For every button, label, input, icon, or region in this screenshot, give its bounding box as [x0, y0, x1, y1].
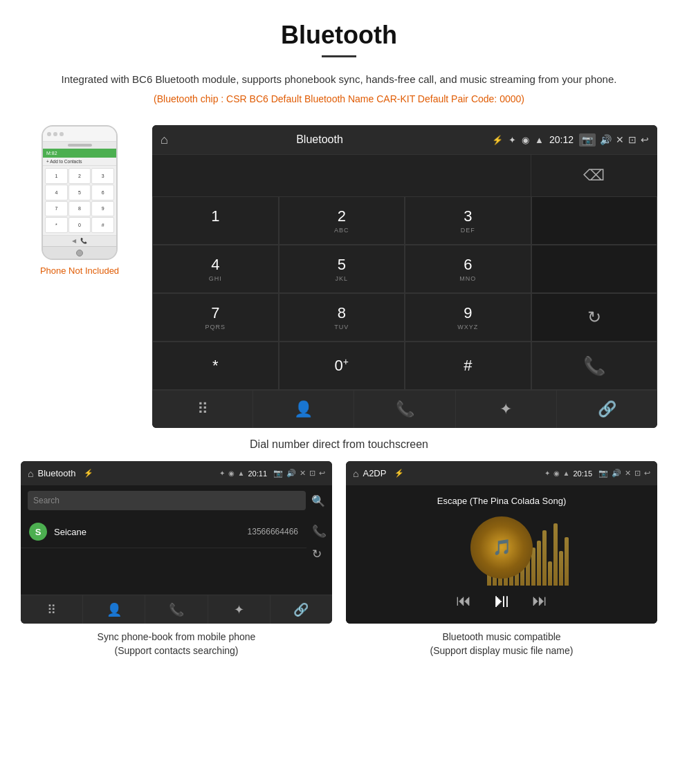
tab-bluetooth[interactable]: ✦ [456, 391, 557, 428]
pb-home-icon[interactable]: ⌂ [28, 468, 33, 479]
screen-title: Bluetooth [153, 133, 486, 146]
song-title: Escape (The Pina Colada Song) [437, 496, 566, 506]
fast-forward-button[interactable]: ⏭ [532, 592, 547, 610]
tab-link[interactable]: 🔗 [557, 391, 657, 428]
playback-controls: ⏮ ⏯ ⏭ [356, 589, 647, 612]
pb-header: ⌂ Bluetooth ⚡ ✦ ◉ ▲ 20:11 📷 🔊 ✕ ⊡ ↩ [21, 461, 332, 485]
location-icon: ◉ [522, 135, 529, 145]
window-icon: ⊡ [628, 134, 636, 145]
a2dp-item: ⌂ A2DP ⚡ ✦ ◉ ▲ 20:15 📷 🔊 ✕ ⊡ ↩ Escape (T… [346, 461, 657, 657]
dial-key-hash[interactable]: # [405, 342, 531, 390]
right-status-icons: 📷 🔊 ✕ ⊡ ↩ [579, 133, 649, 147]
back-icon[interactable]: ↩ [641, 134, 649, 145]
dial-key-0[interactable]: 0+ [279, 342, 405, 390]
pb-search-box[interactable]: Search [28, 491, 306, 510]
a2dp-back-icon[interactable]: ↩ [644, 469, 650, 478]
phonebook-screen: ⌂ Bluetooth ⚡ ✦ ◉ ▲ 20:11 📷 🔊 ✕ ⊡ ↩ [21, 461, 332, 624]
album-art: 🎵 [470, 516, 533, 579]
tab-contacts[interactable]: 👤 [253, 391, 354, 428]
search-icon[interactable]: 🔍 [311, 494, 325, 507]
refresh-button[interactable]: ↻ [531, 293, 658, 342]
screen-header: ⌂ Bluetooth ⚡ ✦ ◉ ▲ 20:12 📷 🔊 ✕ ⊡ ↩ [152, 125, 657, 154]
pb-loc-icon: ◉ [228, 469, 235, 477]
usb-icon: ⚡ [492, 135, 503, 145]
phone-key-0: 0 [68, 217, 91, 233]
phone-key-star: * [45, 217, 68, 233]
a2dp-close-icon[interactable]: ✕ [625, 469, 631, 478]
a2dp-title: A2DP [363, 468, 386, 478]
a2dp-screen: ⌂ A2DP ⚡ ✦ ◉ ▲ 20:15 📷 🔊 ✕ ⊡ ↩ Escape (T… [346, 461, 657, 624]
page-description: Integrated with BC6 Bluetooth module, su… [42, 71, 636, 88]
caption-main: Dial number direct from touchscreen [0, 438, 678, 451]
a2dp-loc-icon: ◉ [553, 469, 560, 477]
screen-bottom-bar: ⠿ 👤 📞 ✦ 🔗 [152, 390, 657, 428]
dial-key-1[interactable]: 1 . [152, 196, 279, 245]
camera-icon: 📷 [579, 133, 596, 147]
pb-header-icons: ✦ ◉ ▲ 20:11 📷 🔊 ✕ ⊡ ↩ [219, 469, 325, 478]
a2dp-home-icon[interactable]: ⌂ [353, 468, 358, 479]
dial-key-8[interactable]: 8 TUV [279, 293, 405, 342]
pb-tab-grid[interactable]: ⠿ [21, 595, 83, 624]
dial-key-5[interactable]: 5 JKL [279, 245, 405, 293]
phone-key-2: 2 [68, 168, 91, 184]
call-button[interactable]: 📞 [531, 342, 658, 390]
phone-contacts-label: + Add to Contacts [43, 158, 116, 166]
art-area: 🎵 [356, 516, 647, 579]
a2dp-signal-icon: ▲ [563, 469, 570, 477]
rewind-button[interactable]: ⏮ [456, 592, 471, 610]
phone-top-bar [43, 127, 116, 142]
dialpad-display: ⌫ 1 . 2 ABC 3 DEF 4 GHI 5 J [152, 154, 657, 390]
a2dp-usb-icon: ⚡ [394, 469, 404, 478]
phone-key-3: 3 [91, 168, 114, 184]
phone-key-4: 4 [45, 185, 68, 200]
pb-usb-icon: ⚡ [84, 469, 93, 478]
phone-back-icon: ◀ [72, 238, 76, 244]
close-icon[interactable]: ✕ [616, 134, 624, 145]
lower-row: ⌂ Bluetooth ⚡ ✦ ◉ ▲ 20:11 📷 🔊 ✕ ⊡ ↩ [0, 461, 678, 657]
pb-side-refresh-icon[interactable]: ↻ [312, 547, 327, 561]
phone-status-bar: M:82 [43, 149, 116, 158]
pb-tab-link[interactable]: 🔗 [271, 595, 332, 624]
contact-avatar: S [29, 523, 47, 541]
dial-key-star[interactable]: * [152, 342, 279, 390]
volume-icon: 🔊 [600, 134, 612, 145]
pb-tab-calls[interactable]: 📞 [145, 595, 208, 624]
pb-title: Bluetooth [37, 468, 75, 478]
dial-key-6[interactable]: 6 MNO [405, 245, 531, 293]
pb-win-icon: ⊡ [309, 469, 315, 478]
a2dp-win-icon: ⊡ [634, 469, 641, 478]
play-pause-button[interactable]: ⏯ [492, 589, 511, 612]
a2dp-header: ⌂ A2DP ⚡ ✦ ◉ ▲ 20:15 📷 🔊 ✕ ⊡ ↩ [346, 461, 657, 485]
dial-key-3[interactable]: 3 DEF [405, 196, 531, 245]
dial-key-7[interactable]: 7 PQRS [152, 293, 279, 342]
phone-key-6: 6 [91, 185, 114, 200]
pb-vol-icon: 🔊 [286, 469, 296, 478]
music-note-icon: 🎵 [493, 539, 511, 557]
caption-right: Bluetooth music compatible(Support displ… [346, 631, 657, 657]
dial-key-9[interactable]: 9 WXYZ [405, 293, 531, 342]
dial-key-empty-2 [531, 245, 658, 293]
tab-dialpad[interactable]: ⠿ [152, 391, 253, 428]
pb-back-icon[interactable]: ↩ [319, 469, 325, 478]
a2dp-cam-icon: 📷 [598, 469, 608, 478]
page-header: Bluetooth Integrated with BC6 Bluetooth … [0, 0, 678, 125]
phone-not-included-label: Phone Not Included [40, 265, 119, 276]
phone-dot-3 [59, 132, 64, 136]
phone-dot-2 [53, 132, 57, 136]
dial-key-4[interactable]: 4 GHI [152, 245, 279, 293]
tab-calls[interactable]: 📞 [354, 391, 455, 428]
phone-area: M:82 + Add to Contacts 1 2 3 4 5 6 7 8 9… [21, 125, 138, 276]
pb-content-area: S Seicane 13566664466 📞 ↻ [21, 516, 332, 595]
delete-button[interactable]: ⌫ [531, 155, 657, 196]
pb-tab-contacts[interactable]: 👤 [83, 595, 145, 624]
phone-dialpad: 1 2 3 4 5 6 7 8 9 * 0 # [43, 166, 116, 235]
dial-key-2[interactable]: 2 ABC [279, 196, 405, 245]
pb-signal-icon: ▲ [238, 469, 245, 477]
pb-close-icon[interactable]: ✕ [300, 469, 306, 478]
pb-side-call-icon[interactable]: 📞 [312, 524, 327, 539]
contact-phone: 13566664466 [248, 527, 298, 536]
pb-tab-bluetooth[interactable]: ✦ [208, 595, 271, 624]
pb-bottom-bar: ⠿ 👤 📞 ✦ 🔗 [21, 595, 332, 624]
contact-row[interactable]: S Seicane 13566664466 [21, 516, 306, 548]
bt-specs: (Bluetooth chip : CSR BC6 Default Blueto… [42, 93, 636, 104]
